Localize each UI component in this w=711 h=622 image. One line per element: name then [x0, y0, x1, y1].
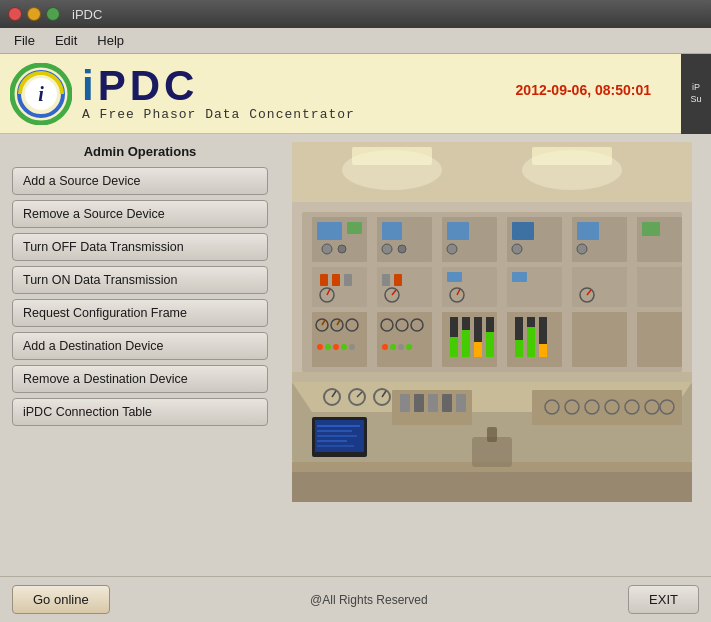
add-source-button[interactable]: Add a Source Device [12, 167, 268, 195]
svg-rect-84 [515, 340, 523, 357]
svg-point-28 [447, 244, 457, 254]
window-title: iPDC [72, 7, 102, 22]
svg-rect-108 [428, 394, 438, 412]
header: i iPDC A Free Phasor Data Concentrator 2… [0, 54, 711, 134]
svg-rect-41 [394, 274, 402, 286]
svg-rect-23 [642, 222, 660, 236]
svg-rect-43 [512, 272, 527, 282]
svg-rect-107 [414, 394, 424, 412]
svg-point-74 [406, 344, 412, 350]
svg-rect-42 [447, 272, 462, 282]
svg-point-71 [382, 344, 388, 350]
svg-rect-17 [317, 222, 342, 240]
connection-table-button[interactable]: iPDC Connection Table [12, 398, 268, 426]
logo-area: i iPDC A Free Phasor Data Concentrator [10, 63, 355, 125]
remove-destination-button[interactable]: Remove a Destination Device [12, 365, 268, 393]
svg-point-69 [341, 344, 347, 350]
svg-rect-56 [572, 312, 627, 367]
copyright-text: @All Rights Reserved [310, 593, 428, 607]
svg-rect-21 [512, 222, 534, 240]
turn-off-button[interactable]: Turn OFF Data Transmission [12, 233, 268, 261]
svg-rect-19 [382, 222, 402, 240]
svg-point-7 [342, 150, 442, 190]
svg-rect-80 [474, 342, 482, 357]
footer: Go online @All Rights Reserved EXIT [0, 576, 711, 622]
maximize-button[interactable] [46, 7, 60, 21]
svg-rect-32 [377, 267, 432, 307]
svg-point-24 [322, 244, 332, 254]
svg-rect-86 [527, 327, 535, 357]
svg-rect-88 [539, 344, 547, 357]
svg-point-26 [382, 244, 392, 254]
request-config-button[interactable]: Request Configuration Frame [12, 299, 268, 327]
menubar: File Edit Help [0, 28, 711, 54]
svg-rect-18 [347, 222, 362, 234]
svg-point-27 [398, 245, 406, 253]
svg-rect-106 [400, 394, 410, 412]
svg-point-25 [338, 245, 346, 253]
svg-point-30 [577, 244, 587, 254]
turn-on-button[interactable]: Turn ON Data Transmission [12, 266, 268, 294]
svg-rect-31 [312, 267, 367, 307]
logo-text: iPDC A Free Phasor Data Concentrator [82, 65, 355, 122]
svg-rect-35 [572, 267, 627, 307]
svg-rect-40 [382, 274, 390, 286]
close-button[interactable] [8, 7, 22, 21]
svg-point-70 [349, 344, 355, 350]
side-tab: iP Su [681, 54, 711, 134]
control-room-image [292, 142, 692, 502]
add-destination-button[interactable]: Add a Destination Device [12, 332, 268, 360]
svg-rect-20 [447, 222, 469, 240]
right-panel [280, 134, 711, 576]
svg-rect-36 [637, 267, 682, 307]
left-panel: Admin Operations Add a Source Device Rem… [0, 134, 280, 576]
svg-point-67 [325, 344, 331, 350]
svg-rect-110 [456, 394, 466, 412]
logo-title: iPDC [82, 65, 355, 107]
svg-rect-120 [292, 472, 692, 502]
menu-edit[interactable]: Edit [47, 31, 85, 50]
svg-point-66 [317, 344, 323, 350]
svg-point-29 [512, 244, 522, 254]
titlebar: iPDC [0, 0, 711, 28]
svg-rect-39 [344, 274, 352, 286]
svg-rect-38 [332, 274, 340, 286]
svg-text:i: i [38, 83, 44, 105]
window-controls[interactable] [8, 7, 60, 21]
go-online-button[interactable]: Go online [12, 585, 110, 614]
menu-help[interactable]: Help [89, 31, 132, 50]
svg-point-73 [398, 344, 404, 350]
remove-source-button[interactable]: Remove a Source Device [12, 200, 268, 228]
svg-point-8 [522, 150, 622, 190]
datetime-display: 2012-09-06, 08:50:01 [516, 82, 651, 98]
logo-subtitle: A Free Phasor Data Concentrator [82, 107, 355, 122]
logo-icon: i [10, 63, 72, 125]
admin-title: Admin Operations [12, 144, 268, 159]
svg-rect-109 [442, 394, 452, 412]
svg-rect-78 [462, 330, 470, 357]
svg-rect-22 [577, 222, 599, 240]
svg-rect-57 [637, 312, 682, 367]
svg-rect-76 [450, 337, 458, 357]
menu-file[interactable]: File [6, 31, 43, 50]
svg-rect-37 [320, 274, 328, 286]
svg-point-68 [333, 344, 339, 350]
main-content: Admin Operations Add a Source Device Rem… [0, 134, 711, 576]
minimize-button[interactable] [27, 7, 41, 21]
svg-point-72 [390, 344, 396, 350]
exit-button[interactable]: EXIT [628, 585, 699, 614]
svg-rect-122 [487, 427, 497, 442]
svg-rect-82 [486, 332, 494, 357]
